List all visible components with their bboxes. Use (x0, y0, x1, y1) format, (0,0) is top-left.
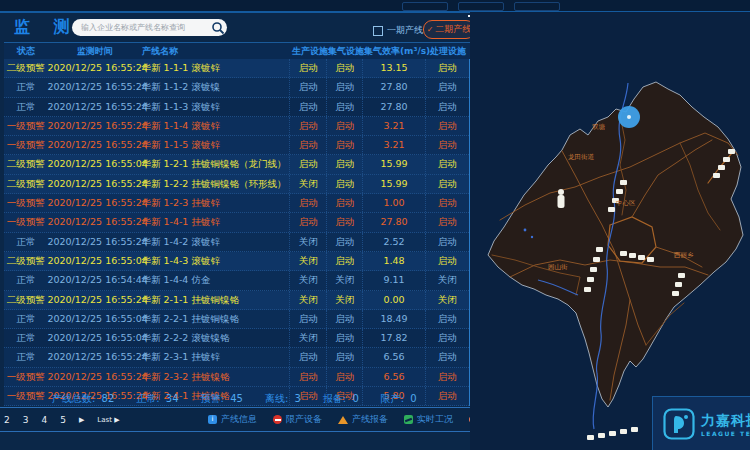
cell-production-facility: 关闭 (289, 233, 326, 251)
cell-production-facility: 启动 (289, 98, 326, 116)
table-row[interactable]: 一级预警 2020/12/25 16:55:24 华新 1-4-1 挂镀锌 启动… (4, 213, 469, 232)
table-row[interactable]: 正常 2020/12/25 16:55:04 华新 2-2-2 滚镀镍铬 关闭 … (4, 329, 469, 348)
cell-production-facility: 启动 (289, 348, 326, 366)
legend-item-info-square[interactable]: i产线信息 (208, 413, 257, 426)
cell-treatment-facility: 启动 (425, 348, 469, 366)
cell-gas-efficiency: 3.21 (362, 117, 424, 135)
table-row[interactable]: 正常 2020/12/25 16:55:24 华新 2-3-1 挂镀锌 启动 启… (4, 348, 469, 367)
road-sign-chip (590, 267, 597, 272)
cell-line-name: 华新 2-3-1 挂镀锌 (141, 348, 289, 366)
table-row[interactable]: 一级预警 2020/12/25 16:55:24 华新 1-1-4 滚镀锌 启动… (4, 117, 469, 136)
table-body: 二级预警 2020/12/25 16:55:24 华新 1-1-1 滚镀锌 启动… (4, 59, 471, 406)
cell-line-name: 华新 1-1-4 滚镀锌 (141, 117, 289, 135)
cell-time: 2020/12/25 16:55:24 (47, 368, 141, 386)
top-deco-tab (402, 2, 448, 11)
legend-item-realtime[interactable]: 实时工况 (404, 413, 453, 426)
table-row[interactable]: 二级预警 2020/12/25 16:55:04 华新 1-4-3 滚镀锌 关闭… (4, 252, 469, 271)
table-row[interactable]: 二级预警 2020/12/25 16:55:24 华新 1-1-1 滚镀锌 启动… (4, 59, 469, 78)
cell-treatment-facility: 启动 (425, 78, 469, 96)
cell-line-name: 华新 1-1-5 滚镀锌 (141, 136, 289, 154)
table-row[interactable]: 一级预警 2020/12/25 16:55:24 华新 1-1-5 滚镀锌 启动… (4, 136, 469, 155)
search-input[interactable] (72, 23, 211, 32)
table-row[interactable]: 正常 2020/12/25 16:55:04 华新 2-2-1 挂镀铜镍铬 启动… (4, 310, 469, 329)
cell-production-facility: 关闭 (289, 175, 326, 193)
cell-gas-efficiency: 15.99 (362, 175, 424, 193)
search-box (72, 19, 227, 36)
cell-production-facility: 启动 (289, 117, 326, 135)
cell-gas-efficiency: 27.80 (362, 98, 424, 116)
monitoring-dashboard: 监 测 一期产线 ✓ 二期产线 状态监测时间产线名称生产设施集气设施集气效率(m… (0, 0, 750, 450)
table-row[interactable]: 正常 2020/12/25 16:55:24 华新 1-1-2 滚镀镍 启动 启… (4, 78, 469, 97)
summary-item: 限产: 0 (381, 392, 417, 406)
cell-gas-efficiency: 27.80 (362, 213, 424, 231)
cell-line-name: 华新 2-1-1 挂镀铜镍铬 (141, 291, 289, 309)
cell-gas-facility: 启动 (326, 368, 363, 386)
table-row[interactable]: 二级预警 2020/12/25 16:55:24 华新 2-1-1 挂镀铜镍铬 … (4, 291, 469, 310)
cell-status: 一级预警 (4, 387, 47, 405)
page-button[interactable]: 4 (41, 415, 47, 425)
page-button[interactable]: 5 (60, 415, 66, 425)
road-sign-chip (631, 427, 638, 432)
cell-gas-facility: 启动 (326, 98, 363, 116)
cell-gas-efficiency: 17.82 (362, 329, 424, 347)
cell-treatment-facility: 启动 (425, 252, 469, 270)
road-sign-chip (678, 273, 685, 278)
search-button[interactable] (211, 21, 225, 35)
cell-gas-efficiency: 13.15 (362, 59, 424, 77)
cell-gas-facility: 启动 (326, 155, 363, 173)
table-row[interactable]: 一级预警 2020/12/25 16:55:24 华新 2-3-2 挂镀镍铬 启… (4, 368, 469, 387)
page-title: 监 测 (14, 17, 79, 38)
table-row[interactable]: 二级预警 2020/12/25 16:55:04 华新 1-2-1 挂镀铜镍铬（… (4, 155, 469, 174)
alarm-location-marker[interactable] (618, 106, 640, 128)
table-row[interactable]: 二级预警 2020/12/25 16:55:24 华新 1-2-2 挂镀铜镍铬（… (4, 175, 469, 194)
phase1-checkbox[interactable]: 一期产线 (373, 24, 423, 37)
road-sign-chip (587, 277, 594, 282)
cell-gas-efficiency: 15.99 (362, 155, 424, 173)
cell-status: 正常 (4, 348, 47, 366)
cell-production-facility: 关闭 (289, 271, 326, 289)
page-button[interactable]: 3 (23, 415, 29, 425)
brand-logo-icon (663, 408, 695, 440)
cell-treatment-facility: 启动 (425, 59, 469, 77)
cell-time: 2020/12/25 16:55:24 (47, 194, 141, 212)
cell-gas-efficiency: 6.56 (362, 368, 424, 386)
table-row[interactable]: 正常 2020/12/25 16:55:24 华新 1-4-2 滚镀锌 关闭 启… (4, 233, 469, 252)
table-row[interactable]: 正常 2020/12/25 16:55:24 华新 1-1-3 滚镀锌 启动 启… (4, 98, 469, 117)
column-header: 产线名称 (142, 43, 292, 59)
phase2-label: 二期产线 (435, 23, 471, 36)
road-sign-chip (638, 255, 645, 260)
cell-gas-facility: 关闭 (326, 291, 363, 309)
cell-production-facility: 启动 (289, 155, 326, 173)
legend-item-report-triangle[interactable]: 产线报备 (338, 413, 388, 426)
road-sign-chip (713, 173, 720, 178)
cell-line-name: 华新 1-4-3 滚镀锌 (141, 252, 289, 270)
cell-gas-facility: 启动 (326, 59, 363, 77)
column-header: 状态 (4, 43, 48, 59)
legend-item-limit-circle[interactable]: 限产设备 (273, 413, 322, 426)
person-pin-icon (558, 189, 565, 208)
cell-line-name: 华新 1-4-2 滚镀锌 (141, 233, 289, 251)
road-sign-chip (608, 207, 615, 212)
column-header: 集气设施 (328, 43, 364, 59)
last-page-button[interactable]: Last ▶ (97, 416, 119, 424)
road-sign-chip (647, 257, 654, 262)
road-sign-chip (620, 251, 627, 256)
legend-label: 实时工况 (417, 413, 453, 426)
cell-gas-facility: 启动 (326, 310, 363, 328)
cell-treatment-facility: 启动 (425, 117, 469, 135)
cell-status: 一级预警 (4, 194, 47, 212)
cell-gas-facility: 启动 (326, 175, 363, 193)
cell-gas-efficiency: 0.00 (362, 291, 424, 309)
table-row[interactable]: 一级预警 2020/12/25 16:55:24 华新 1-2-3 挂镀锌 启动… (4, 194, 469, 213)
district-map[interactable]: 双塘龙田街道中心区园山街西丽乡 (470, 12, 750, 450)
cell-line-name: 华新 1-2-3 挂镀锌 (141, 194, 289, 212)
next-page-button[interactable]: ▶ (79, 416, 84, 424)
page-button[interactable]: 2 (4, 415, 10, 425)
table-row[interactable]: 正常 2020/12/25 16:54:44 华新 1-4-4 仿金 关闭 关闭… (4, 271, 469, 290)
cell-treatment-facility: 关闭 (425, 271, 469, 289)
road-sign-chip (675, 282, 682, 287)
cell-production-facility: 关闭 (289, 252, 326, 270)
phase1-label: 一期产线 (387, 24, 423, 37)
cell-time: 2020/12/25 16:55:04 (47, 329, 141, 347)
summary-item: 报备: 0 (323, 392, 359, 406)
